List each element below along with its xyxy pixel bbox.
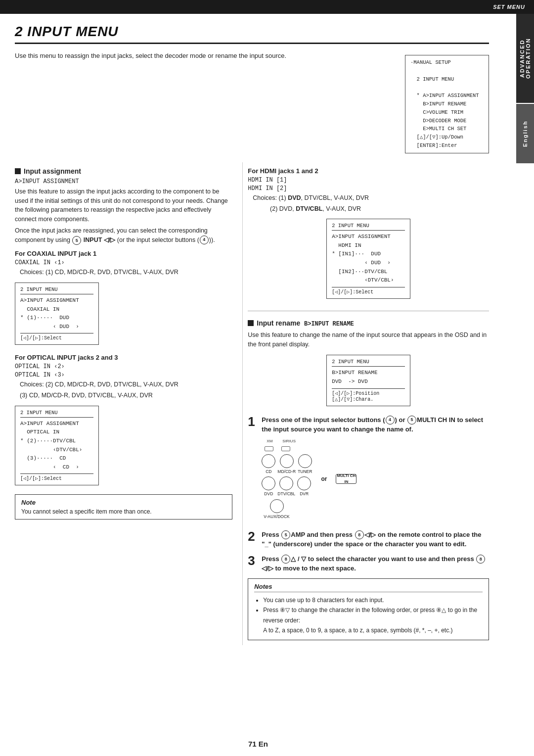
note-box: Note You cannot select a specific item m… — [15, 494, 232, 520]
note-item-1: You can use up to 8 characters for each … — [263, 595, 483, 605]
note-title: Note — [21, 499, 226, 506]
input-rename-label: Input rename B>INPUT RENAME — [257, 319, 354, 328]
step-1-number: 1 — [248, 415, 258, 428]
optical-choices2: (3) CD, MD/CD-R, DVD, DTV/CBL, V-AUX, DV… — [20, 391, 232, 400]
set-menu-label: SET MENU — [493, 4, 525, 10]
optical-mono2: OPTICAL IN ‹3› — [15, 372, 232, 378]
md-cd-r-button[interactable] — [280, 454, 294, 468]
coaxial-header: For COAXIAL INPUT jack 1 — [15, 250, 232, 257]
dtv-cbl-button[interactable] — [279, 476, 293, 490]
input-assignment-header: Input assignment — [15, 167, 232, 175]
page-title: 2 INPUT MENU — [15, 24, 489, 44]
main-screen: ·MANUAL SETUP 2 INPUT MENU * A>INPUT ASS… — [405, 55, 489, 153]
optical-choices1: Choices: (2) CD, MD/CD-R, DVD, DTV/CBL, … — [20, 380, 232, 389]
tuner-button[interactable] — [298, 454, 312, 468]
dvd-button[interactable] — [262, 476, 275, 490]
step-3-content: Press 8△ / ▽ to select the character you… — [262, 554, 489, 573]
rename-screen: 2 INPUT MENU B>INPUT RENAME DVD -> DVD [… — [326, 355, 410, 406]
optical-screen: 2 INPUT MENU A>INPUT ASSIGNMENT OPTICAL … — [15, 406, 99, 486]
intro-text: Use this menu to reassign the input jack… — [15, 51, 393, 61]
hdmi-choices2: (2) DVD, DTV/CBL, V-AUX, DVR — [253, 204, 489, 214]
two-column-layout: Input assignment A>INPUT ASSIGNMENT Use … — [15, 162, 489, 645]
english-tab: English — [516, 104, 534, 163]
or-label: or — [321, 474, 327, 483]
cd-button[interactable] — [262, 454, 275, 468]
step-3: 3 Press 8△ / ▽ to select the character y… — [248, 554, 489, 573]
input-assignment-mono: A>INPUT ASSIGNMENT — [15, 178, 232, 185]
step-3-number: 3 — [248, 554, 258, 567]
advanced-operation-tab: ADVANCED OPERATION — [516, 14, 534, 103]
hdmi-mono2: HDMI IN [2] — [248, 185, 489, 192]
notes-title: Notes — [254, 583, 483, 592]
black-square-icon — [15, 168, 21, 174]
optical-mono1: OPTICAL IN ‹2› — [15, 363, 232, 370]
step-2-number: 2 — [248, 530, 258, 543]
note-text: You cannot select a specific item more t… — [21, 508, 226, 515]
coaxial-mono: COAXIAL IN ‹1› — [15, 259, 232, 266]
input-assignment-body2: Once the input jacks are reassigned, you… — [15, 226, 232, 245]
top-bar: SET MENU — [0, 0, 534, 14]
page-number: 71 En — [248, 740, 268, 748]
input-rename-body: Use this feature to change the name of t… — [248, 331, 489, 349]
right-column: For HDMI jacks 1 and 2 HDMI IN [1] HDMI … — [242, 162, 489, 645]
note-item-2: Press ⑧▽ to change the character in the … — [263, 605, 483, 635]
left-column: Input assignment A>INPUT ASSIGNMENT Use … — [15, 162, 242, 645]
notes-box: Notes You can use up to 8 characters for… — [248, 578, 489, 640]
right-sidebar: ADVANCED OPERATION English — [516, 14, 534, 163]
main-content: 2 INPUT MENU Use this menu to reassign t… — [0, 14, 516, 660]
page-footer: 71 En — [0, 740, 516, 748]
hdmi-header: For HDMI jacks 1 and 2 — [248, 167, 489, 175]
black-square-rename-icon — [248, 320, 254, 326]
input-rename-header: Input rename B>INPUT RENAME — [248, 319, 489, 328]
step-2: 2 Press 5AMP and then press 8◁/▷ on the … — [248, 530, 489, 549]
optical-header: For OPTICAL INPUT jacks 2 and 3 — [15, 354, 232, 361]
step-1: 1 Press one of the input selector button… — [248, 415, 489, 525]
input-assignment-body1: Use this feature to assign the input jac… — [15, 187, 232, 224]
hdmi-mono1: HDMI IN [1] — [248, 177, 489, 184]
amp-circle-icon: 5 — [72, 236, 81, 245]
dvr-button[interactable] — [297, 476, 311, 490]
multi-ch-in-group: MULTI CH IN — [336, 474, 356, 484]
hdmi-screen: 2 INPUT MENU A>INPUT ASSIGNMENT HDMI IN … — [326, 219, 410, 299]
coaxial-screen: 2 INPUT MENU A>INPUT ASSIGNMENT COAXIAL … — [15, 283, 99, 345]
step-2-content: Press 5AMP and then press 8◁/▷ on the re… — [262, 530, 489, 549]
step-1-content: Press one of the input selector buttons … — [262, 415, 489, 525]
v-aux-dock-button[interactable] — [270, 499, 284, 513]
multi-ch-in-button[interactable]: MULTI CH IN — [336, 474, 356, 484]
coaxial-choices: Choices: (1) CD, MD/CD-R, DVD, DTV/CBL, … — [20, 268, 232, 277]
selector-diagram: XM SIRIUS CD — [262, 438, 489, 520]
hdmi-choices1: Choices: (1) DVD, DTV/CBL, V-AUX, DVR — [253, 193, 489, 203]
selector-circle-icon: 4 — [200, 236, 209, 244]
